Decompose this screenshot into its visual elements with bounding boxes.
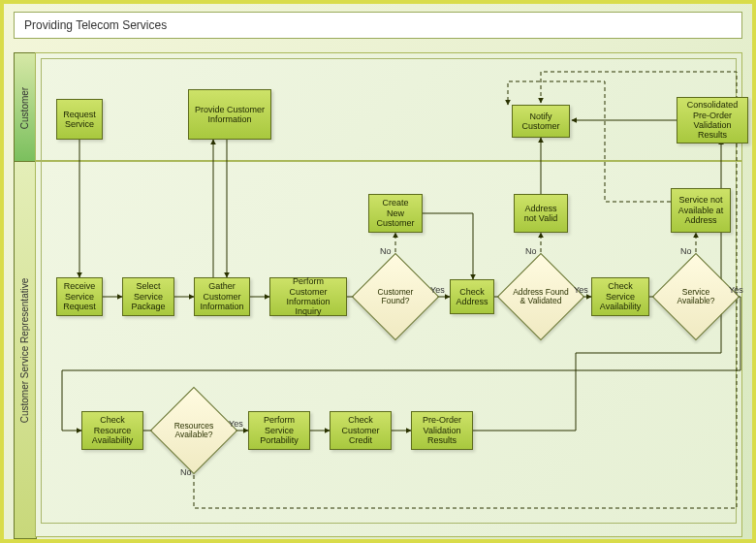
edge-label-yes-4: Yes: [229, 419, 243, 429]
node-customer-found: Customer Found?: [364, 266, 426, 328]
node-select-service-package-label: Select Service Package: [127, 281, 170, 311]
node-address-not-valid: Address not Valid: [514, 194, 568, 233]
edge-label-no-3: No: [680, 246, 692, 256]
node-customer-found-label: Customer Found?: [364, 288, 426, 306]
node-address-not-valid-label: Address not Valid: [519, 204, 563, 224]
node-receive-service-request-label: Receive Service Request: [61, 281, 98, 311]
node-check-resource-availability: Check Resource Availability: [81, 411, 143, 450]
node-service-not-available-label: Service not Available at Address: [676, 195, 726, 225]
node-service-not-available: Service not Available at Address: [671, 188, 731, 233]
edge-label-no-1: No: [380, 246, 392, 256]
node-create-new-customer-label: Create New Customer: [373, 198, 418, 228]
edge-label-no-2: No: [525, 246, 537, 256]
node-select-service-package: Select Service Package: [122, 277, 174, 316]
node-perform-service-portability-label: Perform Service Portability: [253, 415, 305, 445]
diagram-title: Providing Telecom Services: [24, 18, 167, 32]
node-check-resource-availability-label: Check Resource Availability: [86, 415, 139, 445]
node-consolidated-results: Consolidated Pre-Order Validation Result…: [677, 97, 748, 144]
node-pre-order-validation-label: Pre-Order Validation Results: [416, 415, 468, 445]
node-check-customer-credit: Check Customer Credit: [330, 411, 392, 450]
node-provide-customer-info-label: Provide Customer Information: [193, 105, 267, 125]
node-receive-service-request: Receive Service Request: [56, 277, 103, 316]
node-create-new-customer: Create New Customer: [368, 194, 423, 233]
lane-label-csr-text: Customer Service Representative: [20, 277, 31, 423]
node-address-found: Address Found & Validated: [510, 266, 572, 328]
edge-label-yes-2: Yes: [574, 285, 588, 295]
lane-label-customer-text: Customer: [20, 86, 31, 128]
node-pre-order-validation: Pre-Order Validation Results: [411, 411, 473, 450]
node-perform-service-portability: Perform Service Portability: [248, 411, 310, 450]
node-gather-customer-info: Gather Customer Information: [194, 277, 250, 316]
lane-label-csr: Customer Service Representative: [14, 161, 37, 539]
node-consolidated-results-label: Consolidated Pre-Order Validation Result…: [681, 100, 743, 140]
node-check-service-availability: Check Service Availability: [591, 277, 649, 316]
diagram-canvas: Providing Telecom Services Customer Cust…: [0, 0, 756, 543]
node-service-available-label: Service Available?: [665, 288, 727, 306]
node-notify-customer-label: Notify Customer: [517, 112, 565, 132]
node-address-found-label: Address Found & Validated: [510, 288, 572, 306]
node-notify-customer: Notify Customer: [512, 105, 570, 138]
node-check-address-label: Check Address: [455, 287, 489, 307]
node-check-address: Check Address: [450, 279, 494, 314]
node-check-customer-credit-label: Check Customer Credit: [334, 415, 387, 445]
node-request-service: Request Service: [56, 99, 103, 140]
node-service-available: Service Available?: [665, 266, 727, 328]
lane-body-customer: [35, 52, 742, 161]
diagram-title-bar: Providing Telecom Services: [14, 12, 742, 39]
node-provide-customer-info: Provide Customer Information: [188, 89, 271, 140]
node-check-service-availability-label: Check Service Availability: [596, 281, 645, 311]
node-resources-available-label: Resources Available?: [163, 422, 225, 440]
node-resources-available: Resources Available?: [163, 399, 225, 462]
node-perform-info-inquiry: Perform Customer Information Inquiry: [269, 277, 347, 316]
node-gather-customer-info-label: Gather Customer Information: [199, 281, 245, 311]
node-request-service-label: Request Service: [61, 110, 98, 130]
edge-label-yes-1: Yes: [430, 285, 445, 295]
edge-label-no-4: No: [180, 467, 192, 477]
edge-label-yes-3: Yes: [729, 285, 743, 295]
node-perform-info-inquiry-label: Perform Customer Information Inquiry: [274, 276, 342, 316]
lane-label-customer: Customer: [14, 52, 37, 163]
